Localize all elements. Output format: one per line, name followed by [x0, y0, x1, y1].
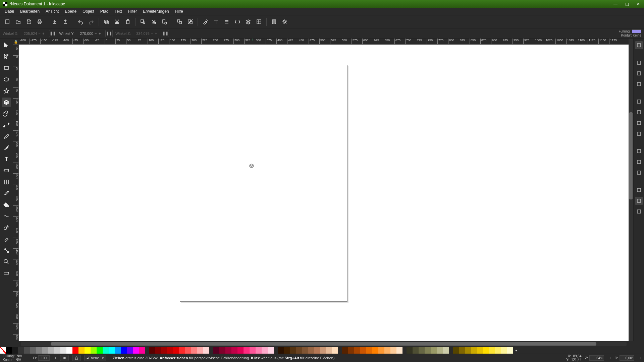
palette-swatch[interactable]	[302, 347, 308, 354]
copy-button[interactable]	[102, 17, 111, 26]
angle-y-dec[interactable]: −	[94, 32, 97, 36]
import-button[interactable]	[50, 17, 59, 26]
opacity-dec[interactable]: −	[51, 356, 53, 360]
menu-text[interactable]: Text	[112, 8, 125, 14]
menu-datei[interactable]: Datei	[2, 8, 17, 14]
redo-button[interactable]	[87, 17, 96, 26]
palette-swatch[interactable]	[314, 347, 320, 354]
palette-swatch[interactable]	[366, 347, 372, 354]
tool-spiral[interactable]	[2, 109, 11, 118]
tool-ellipse[interactable]	[2, 75, 11, 84]
tool-dropper[interactable]	[2, 189, 11, 198]
palette-swatch[interactable]	[185, 347, 191, 354]
palette-swatch[interactable]	[244, 347, 250, 354]
palette-swatch[interactable]	[483, 347, 489, 354]
palette-swatch[interactable]	[495, 347, 501, 354]
menu-ebene[interactable]: Ebene	[62, 8, 79, 14]
snap-intersection-button[interactable]	[635, 119, 643, 127]
zoom-dec[interactable]: −	[605, 356, 607, 360]
menu-pfad[interactable]: Pfad	[98, 8, 111, 14]
tool-selector[interactable]	[2, 41, 11, 50]
fill-stroke-button[interactable]	[201, 17, 210, 26]
palette-swatch[interactable]	[127, 347, 133, 354]
palette-swatch[interactable]	[437, 347, 443, 354]
palette-swatch[interactable]	[225, 347, 231, 354]
palette-swatch[interactable]	[296, 347, 302, 354]
menu-filter[interactable]: Filter	[125, 8, 140, 14]
opacity-inc[interactable]: +	[54, 356, 56, 360]
palette-swatch[interactable]	[501, 347, 507, 354]
palette-swatch[interactable]	[167, 347, 173, 354]
palette-swatch[interactable]	[431, 347, 437, 354]
palette-swatch[interactable]	[320, 347, 326, 354]
snap-smooth-button[interactable]	[635, 130, 643, 138]
palette-swatch[interactable]	[191, 347, 197, 354]
palette-swatch[interactable]	[342, 347, 348, 354]
undo-button[interactable]	[76, 17, 85, 26]
rot-inc[interactable]: +	[639, 356, 641, 360]
text-editor-button[interactable]	[211, 17, 221, 26]
tool-rectangle[interactable]	[2, 63, 11, 73]
angle-y-inc[interactable]: +	[98, 32, 101, 36]
palette-swatch[interactable]	[12, 347, 18, 354]
menu-ansicht[interactable]: Ansicht	[43, 8, 61, 14]
palette-swatch[interactable]	[173, 347, 179, 354]
tool-node[interactable]	[2, 52, 11, 61]
zoom-selection-button[interactable]	[138, 17, 148, 26]
palette-swatch[interactable]	[48, 347, 54, 354]
palette-swatch[interactable]	[237, 347, 244, 354]
maximize-button[interactable]: ▢	[624, 2, 630, 6]
layer-lock-toggle[interactable]	[72, 355, 81, 361]
palette-swatch[interactable]	[332, 347, 338, 354]
palette-swatch[interactable]	[326, 347, 332, 354]
palette-swatch[interactable]	[360, 347, 366, 354]
palette-swatch[interactable]	[459, 347, 465, 354]
palette-swatch[interactable]	[30, 347, 36, 354]
palette-swatch[interactable]	[197, 347, 203, 354]
palette-swatch[interactable]	[133, 347, 139, 354]
tool-measure[interactable]	[2, 268, 11, 278]
zoom-inc[interactable]: +	[609, 356, 611, 360]
snap-bbox-button[interactable]	[635, 59, 643, 67]
palette-swatch[interactable]	[203, 347, 209, 354]
snap-alignment-button[interactable]	[635, 80, 643, 88]
close-button[interactable]: ✕	[635, 2, 641, 6]
snap-path-button[interactable]	[635, 108, 643, 116]
save-file-button[interactable]	[24, 17, 34, 26]
zoom-input[interactable]	[589, 355, 604, 361]
canvas[interactable]	[19, 45, 629, 341]
palette-swatch[interactable]	[268, 347, 274, 354]
palette-swatch[interactable]	[121, 347, 127, 354]
print-button[interactable]	[35, 17, 44, 26]
palette-swatch[interactable]	[18, 347, 24, 354]
snap-global-button[interactable]	[635, 41, 643, 49]
palette-swatch[interactable]	[396, 347, 402, 354]
tool-bezier[interactable]	[2, 120, 11, 130]
palette-swatch[interactable]	[155, 347, 161, 354]
palette-swatch[interactable]	[66, 347, 72, 354]
vscroll-thumb[interactable]	[629, 112, 633, 199]
palette-swatch[interactable]	[250, 347, 256, 354]
xml-editor-button[interactable]	[233, 17, 242, 26]
palette-swatch[interactable]	[97, 347, 103, 354]
opt-fill-swatch[interactable]	[632, 29, 641, 33]
cut-button[interactable]	[112, 17, 122, 26]
palette-swatch[interactable]	[407, 347, 413, 354]
palette-swatch[interactable]	[372, 347, 378, 354]
palette-swatch[interactable]	[179, 347, 185, 354]
opt-stroke-value[interactable]: Keine	[633, 34, 641, 37]
preferences-button[interactable]	[280, 17, 289, 26]
tool-gradient[interactable]	[2, 166, 11, 175]
horizontal-scrollbar[interactable]	[0, 341, 644, 347]
palette-swatch[interactable]	[60, 347, 66, 354]
palette-swatch[interactable]	[42, 347, 48, 354]
minimize-button[interactable]: —	[612, 2, 619, 6]
menu-objekt[interactable]: Objekt	[80, 8, 97, 14]
palette-swatch[interactable]	[425, 347, 431, 354]
palette-swatch[interactable]	[390, 347, 396, 354]
palette-swatch[interactable]	[149, 347, 155, 354]
vp-z-toggle[interactable]: ❚❚	[162, 30, 169, 37]
doc-properties-button[interactable]	[269, 17, 279, 26]
export-button[interactable]	[61, 17, 70, 26]
tool-star[interactable]	[2, 86, 11, 96]
